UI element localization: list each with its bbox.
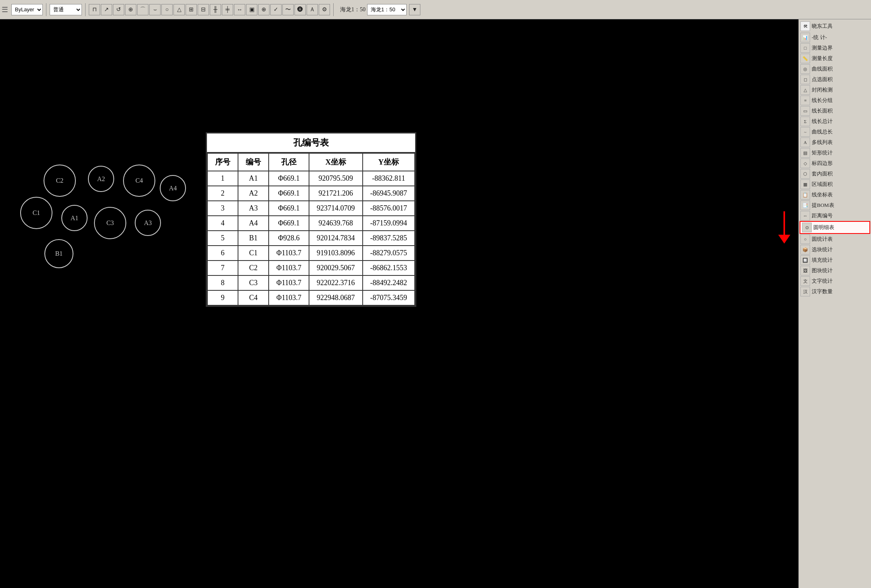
tool-hline[interactable]: ╪ <box>222 4 233 15</box>
rp-icon-15: 📋 <box>800 190 810 200</box>
rp-item-3[interactable]: ◎曲线面积 <box>800 64 870 74</box>
tool-gear[interactable]: ⚙ <box>319 4 330 15</box>
rp-label-15: 线坐标表 <box>812 191 833 198</box>
draw-tools: ⊓ ↗ ↺ ⊕ ⌒ ⌣ ○ △ ⊞ ⊟ ╫ ╪ ↔ ▣ ⊕ ✓ 〜 🅐 Ａ ⚙ <box>89 4 330 15</box>
rp-icon-5: △ <box>800 85 810 95</box>
table-header-row: 序号 编号 孔径 X坐标 Y坐标 <box>207 153 415 171</box>
tool-insert[interactable]: ⊞ <box>186 4 197 15</box>
table-cell-5-3: 919103.8096 <box>309 246 363 261</box>
col-header-y: Y坐标 <box>363 153 415 171</box>
rp-item-2[interactable]: 📏测量长度 <box>800 53 870 64</box>
rp-item-8[interactable]: Σ线长总计 <box>800 116 870 127</box>
rp-label-9: 曲线总长 <box>812 128 833 136</box>
tool-extend[interactable]: ↔ <box>234 4 245 15</box>
table-body: 1A1Φ669.1920795.509-88362.8112A2Φ669.192… <box>207 171 415 305</box>
rp-icon-19: ○ <box>800 234 810 244</box>
rp-icon-21: 🔲 <box>800 255 810 265</box>
rp-item-0[interactable]: 📊-统 计- <box>800 32 870 43</box>
circle-A1: A1 <box>61 205 88 231</box>
rp-item-15[interactable]: 📋线坐标表 <box>800 190 870 200</box>
table-cell-2-4: -88576.0017 <box>363 201 415 216</box>
main-toolbar: ☰ ByLayer 普通 ⊓ ↗ ↺ ⊕ ⌒ ⌣ ○ △ ⊞ ⊟ ╫ ╪ ↔ ▣… <box>0 0 871 19</box>
rp-item-10[interactable]: A多线列表 <box>800 137 870 148</box>
tool-rect[interactable]: ⊓ <box>89 4 100 15</box>
rp-item-14[interactable]: ▦区域面积 <box>800 179 870 190</box>
rp-item-9[interactable]: ~曲线总长 <box>800 127 870 137</box>
circle-C1: C1 <box>20 197 52 229</box>
rp-item-5[interactable]: △封闭检测 <box>800 85 870 95</box>
table-title: 孔编号表 <box>207 133 415 153</box>
circle-C4: C4 <box>123 165 155 197</box>
rp-item-4[interactable]: ◻点选面积 <box>800 74 870 85</box>
scale-expand-btn[interactable]: ▼ <box>409 4 420 15</box>
table-cell-5-1: C1 <box>238 246 269 261</box>
rp-label-21: 填充统计 <box>812 256 833 264</box>
table-cell-4-2: Φ928.6 <box>269 231 309 246</box>
rp-item-7[interactable]: ▭线长面积 <box>800 106 870 116</box>
tool-circle[interactable]: ○ <box>161 4 173 15</box>
rp-item-24[interactable]: 汉汉字数量 <box>800 286 870 297</box>
rp-label-22: 图块统计 <box>812 267 833 274</box>
tool-text-a[interactable]: 🅐 <box>295 4 306 15</box>
table-cell-3-4: -87159.0994 <box>363 216 415 231</box>
rp-icon-0: 📊 <box>800 33 810 42</box>
tool-wave[interactable]: 〜 <box>282 4 294 15</box>
data-table: 序号 编号 孔径 X坐标 Y坐标 1A1Φ669.1920795.509-883… <box>207 153 415 306</box>
rp-item-17[interactable]: ↔距离编号 <box>800 211 870 221</box>
rp-label-14: 区域面积 <box>812 181 833 188</box>
table-cell-7-4: -88492.2482 <box>363 275 415 290</box>
rp-icon-23: 文 <box>800 276 810 286</box>
rp-item-19[interactable]: ○圆统计表 <box>800 234 870 244</box>
tool-box[interactable]: ▣ <box>246 4 257 15</box>
rp-item-20[interactable]: 📦选块统计 <box>800 244 870 255</box>
tool-vline[interactable]: ╫ <box>210 4 221 15</box>
rp-item-23[interactable]: 文文字统计 <box>800 276 870 286</box>
table-cell-3-1: A4 <box>238 216 269 231</box>
table-cell-0-2: Φ669.1 <box>269 171 309 186</box>
tool-arc2[interactable]: ⌒ <box>137 4 148 15</box>
rp-item-11[interactable]: ▤矩形统计 <box>800 148 870 158</box>
rp-item-1[interactable]: □测量边界 <box>800 43 870 53</box>
tool-text-b[interactable]: Ａ <box>307 4 318 15</box>
tool-arc[interactable]: ↗ <box>101 4 112 15</box>
rp-label-23: 文字统计 <box>812 277 833 285</box>
rp-icon-3: ◎ <box>800 64 810 74</box>
scale-select[interactable]: 海龙1：50 海龙1：100 海龙1：200 <box>367 4 407 15</box>
tool-check[interactable]: ✓ <box>270 4 282 15</box>
rp-item-13[interactable]: ⬡套内面积 <box>800 169 870 179</box>
layer-select[interactable]: ByLayer <box>11 4 43 15</box>
table-cell-2-2: Φ669.1 <box>269 201 309 216</box>
rp-icon-1: □ <box>800 43 810 53</box>
rp-item-21[interactable]: 🔲填充统计 <box>800 255 870 265</box>
canvas-area[interactable]: C1 A1 C2 A2 C3 C4 A3 A4 B1 孔编号表 序号 编号 孔径… <box>0 19 798 588</box>
rp-item-18[interactable]: ⊙圆明细表 <box>800 221 870 234</box>
divider-3 <box>333 3 334 16</box>
table-cell-7-3: 922022.3716 <box>309 275 363 290</box>
panel-title-icon: 🛠 <box>800 21 810 31</box>
rp-label-16: 提BOM表 <box>812 202 834 209</box>
tool-curve[interactable]: ↺ <box>113 4 124 15</box>
tool-cross[interactable]: ⊕ <box>125 4 136 15</box>
tool-align[interactable]: ⊟ <box>198 4 209 15</box>
rp-item-12[interactable]: ◇标四边形 <box>800 158 870 169</box>
table-cell-1-0: 2 <box>207 186 238 201</box>
table-cell-8-2: Φ1103.7 <box>269 290 309 305</box>
rp-label-18: 圆明细表 <box>813 224 834 231</box>
table-cell-4-4: -89837.5285 <box>363 231 415 246</box>
circle-B1: B1 <box>44 239 73 268</box>
table-row: 7C2Φ1103.7920029.5067-86862.1553 <box>207 261 415 275</box>
linetype-select[interactable]: 普通 <box>50 4 82 15</box>
rp-icon-8: Σ <box>800 117 810 126</box>
rp-item-22[interactable]: 🖼图块统计 <box>800 265 870 276</box>
circle-C2: C2 <box>44 165 76 197</box>
rp-item-6[interactable]: ≡线长分组 <box>800 95 870 106</box>
tool-arc3[interactable]: ⌣ <box>149 4 161 15</box>
rp-icon-24: 汉 <box>800 287 810 296</box>
tool-triangle[interactable]: △ <box>173 4 185 15</box>
tool-plus[interactable]: ⊕ <box>258 4 269 15</box>
divider-2 <box>85 3 86 16</box>
rp-icon-4: ◻ <box>800 75 810 84</box>
table-cell-0-3: 920795.509 <box>309 171 363 186</box>
rp-item-16[interactable]: 📑提BOM表 <box>800 200 870 211</box>
table-cell-5-0: 6 <box>207 246 238 261</box>
